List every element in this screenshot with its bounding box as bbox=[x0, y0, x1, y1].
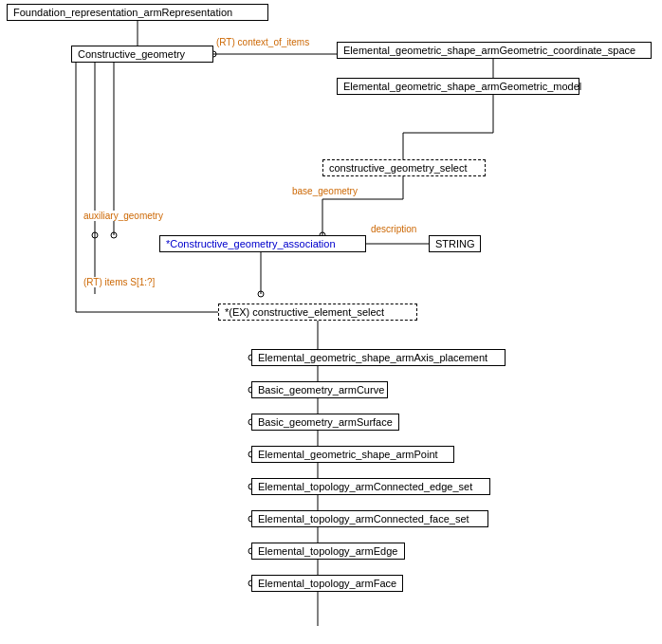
constructive-geometry-select-node: constructive_geometry_select bbox=[322, 159, 486, 176]
connected-face-set-node: Elemental_topology_armConnected_face_set bbox=[251, 510, 488, 527]
items-label: (RT) items S[1:?] bbox=[83, 277, 155, 287]
constructive-geometry-association-node: *Constructive_geometry_association bbox=[159, 235, 366, 252]
svg-point-12 bbox=[92, 232, 98, 238]
string-node: STRING bbox=[429, 235, 481, 252]
description-label: description bbox=[371, 224, 416, 234]
surface-node: Basic_geometry_armSurface bbox=[251, 414, 399, 431]
context-of-items-label: (RT) context_of_items bbox=[216, 37, 309, 47]
connected-edge-set-node: Elemental_topology_armConnected_edge_set bbox=[251, 478, 490, 495]
svg-point-15 bbox=[111, 232, 117, 238]
constructive-geometry-node: Constructive_geometry bbox=[71, 46, 213, 63]
elemental-coord-space-node: Elemental_geometric_shape_armGeometric_c… bbox=[337, 42, 652, 59]
point-node: Elemental_geometric_shape_armPoint bbox=[251, 446, 454, 463]
uml-diagram: Foundation_representation_armRepresentat… bbox=[0, 0, 662, 644]
edge-node: Elemental_topology_armEdge bbox=[251, 543, 405, 560]
auxiliary-geometry-label: auxiliary_geometry bbox=[83, 211, 163, 221]
constructive-element-select-node: *(EX) constructive_element_select bbox=[218, 304, 417, 321]
base-geometry-label: base_geometry bbox=[292, 186, 358, 196]
curve-node: Basic_geometry_armCurve bbox=[251, 381, 388, 398]
elemental-model-node: Elemental_geometric_shape_armGeometric_m… bbox=[337, 78, 579, 95]
svg-point-18 bbox=[258, 291, 264, 297]
face-node: Elemental_topology_armFace bbox=[251, 575, 403, 592]
foundation-node: Foundation_representation_armRepresentat… bbox=[7, 4, 268, 21]
axis-placement-node: Elemental_geometric_shape_armAxis_placem… bbox=[251, 349, 506, 366]
